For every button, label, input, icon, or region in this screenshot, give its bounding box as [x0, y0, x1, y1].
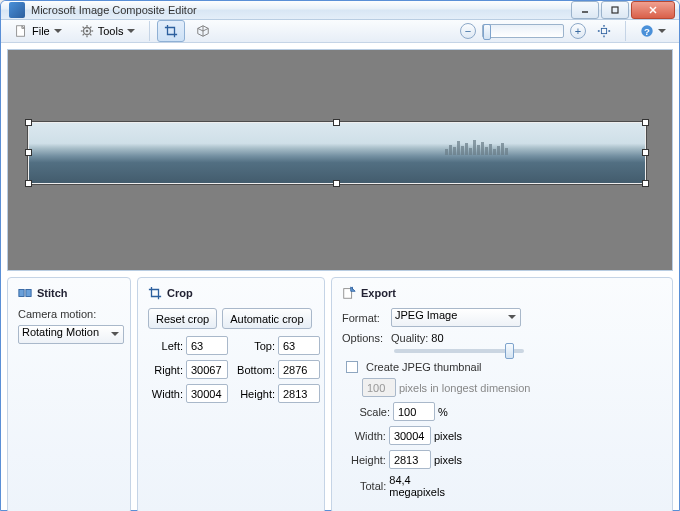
- crop-selection[interactable]: [28, 122, 646, 184]
- svg-rect-15: [601, 28, 606, 33]
- scale-label: Scale:: [350, 406, 390, 418]
- app-icon: [9, 2, 25, 18]
- automatic-crop-button[interactable]: Automatic crop: [222, 308, 311, 329]
- handle-nw[interactable]: [25, 119, 32, 126]
- exp-height-input[interactable]: [389, 450, 431, 469]
- svg-rect-19: [26, 290, 31, 297]
- tools-label: Tools: [98, 25, 124, 37]
- reset-crop-button[interactable]: Reset crop: [148, 308, 217, 329]
- minimize-button[interactable]: [571, 1, 599, 19]
- height-label: Height:: [234, 388, 278, 400]
- titlebar: Microsoft Image Composite Editor: [1, 1, 679, 20]
- app-window: Microsoft Image Composite Editor File To…: [0, 0, 680, 511]
- top-label: Top:: [234, 340, 278, 352]
- panorama-image: [29, 123, 645, 183]
- crop-height-input[interactable]: [278, 384, 320, 403]
- caret-icon: [127, 29, 135, 37]
- fit-icon: [597, 24, 611, 38]
- canvas[interactable]: [7, 49, 673, 271]
- quality-thumb[interactable]: [505, 343, 514, 359]
- bottom-label: Bottom:: [234, 364, 278, 376]
- skyline: [445, 139, 595, 155]
- crop-heading: Crop: [167, 287, 193, 299]
- stitch-panel: Stitch Camera motion: Rotating Motion: [7, 277, 131, 511]
- format-label: Format:: [342, 312, 388, 324]
- crop-icon: [148, 286, 162, 300]
- gear-icon: [80, 24, 94, 38]
- file-label: File: [32, 25, 50, 37]
- camera-motion-label: Camera motion:: [18, 308, 96, 320]
- help-icon: ?: [640, 24, 654, 38]
- total-label: Total:: [350, 480, 386, 492]
- zoom-thumb[interactable]: [483, 24, 491, 40]
- separator: [149, 21, 150, 41]
- camera-motion-value: Rotating Motion: [22, 326, 99, 338]
- handle-w[interactable]: [25, 149, 32, 156]
- handle-n[interactable]: [333, 119, 340, 126]
- maximize-button[interactable]: [601, 1, 629, 19]
- camera-motion-select[interactable]: Rotating Motion: [18, 325, 124, 344]
- caret-icon: [54, 29, 62, 37]
- cube-tool-button[interactable]: [189, 20, 217, 42]
- svg-line-13: [82, 34, 83, 35]
- handle-se[interactable]: [642, 180, 649, 187]
- format-value: JPEG Image: [395, 309, 457, 321]
- crop-panel: Crop Reset crop Automatic crop Left: Top…: [137, 277, 325, 511]
- right-input[interactable]: [186, 360, 228, 379]
- tools-menu[interactable]: Tools: [73, 20, 143, 42]
- thumbnail-checkbox[interactable]: [346, 361, 358, 373]
- svg-line-11: [82, 27, 83, 28]
- svg-text:?: ?: [644, 26, 650, 37]
- stitch-icon: [18, 286, 32, 300]
- px-unit: pixels: [434, 454, 462, 466]
- stitch-heading: Stitch: [37, 287, 68, 299]
- handle-sw[interactable]: [25, 180, 32, 187]
- zoom-out-button[interactable]: −: [460, 23, 476, 39]
- toolbar: File Tools − + ?: [1, 20, 679, 43]
- quality-label: Quality:: [391, 332, 428, 344]
- zoom-in-button[interactable]: +: [570, 23, 586, 39]
- panels: Stitch Camera motion: Rotating Motion Cr…: [1, 277, 679, 511]
- exp-height-label: Height:: [350, 454, 386, 466]
- quality-slider[interactable]: [394, 349, 524, 353]
- svg-rect-1: [612, 7, 618, 13]
- caret-icon: [658, 29, 666, 37]
- handle-ne[interactable]: [642, 119, 649, 126]
- svg-point-6: [85, 30, 88, 33]
- options-label: Options:: [342, 332, 388, 344]
- export-panel: Export Format: JPEG Image Options: Quali…: [331, 277, 673, 511]
- total-value: 84,4 megapixels: [389, 474, 462, 498]
- thumbnail-size-input: [362, 378, 396, 397]
- bottom-input[interactable]: [278, 360, 320, 379]
- exp-width-input[interactable]: [389, 426, 431, 445]
- file-icon: [14, 24, 28, 38]
- top-input[interactable]: [278, 336, 320, 355]
- export-icon: [342, 286, 356, 300]
- exp-width-label: Width:: [350, 430, 386, 442]
- handle-s[interactable]: [333, 180, 340, 187]
- file-menu[interactable]: File: [7, 20, 69, 42]
- thumbnail-hint: pixels in longest dimension: [399, 382, 530, 394]
- right-label: Right:: [148, 364, 186, 376]
- separator: [625, 21, 626, 41]
- quality-value: 80: [431, 332, 443, 344]
- zoom-slider[interactable]: [482, 24, 564, 38]
- close-button[interactable]: [631, 1, 675, 19]
- crop-icon: [164, 24, 178, 38]
- scale-unit: %: [438, 406, 448, 418]
- cube-icon: [196, 24, 210, 38]
- help-menu[interactable]: ?: [633, 20, 673, 42]
- export-heading: Export: [361, 287, 396, 299]
- width-label: Width:: [148, 388, 186, 400]
- scale-input[interactable]: [393, 402, 435, 421]
- thumbnail-label: Create JPEG thumbnail: [366, 361, 482, 373]
- handle-e[interactable]: [642, 149, 649, 156]
- svg-line-14: [90, 27, 91, 28]
- fit-button[interactable]: [590, 20, 618, 42]
- left-input[interactable]: [186, 336, 228, 355]
- crop-width-input[interactable]: [186, 384, 228, 403]
- svg-rect-18: [19, 290, 24, 297]
- format-select[interactable]: JPEG Image: [391, 308, 521, 327]
- crop-tool-button[interactable]: [157, 20, 185, 42]
- px-unit: pixels: [434, 430, 462, 442]
